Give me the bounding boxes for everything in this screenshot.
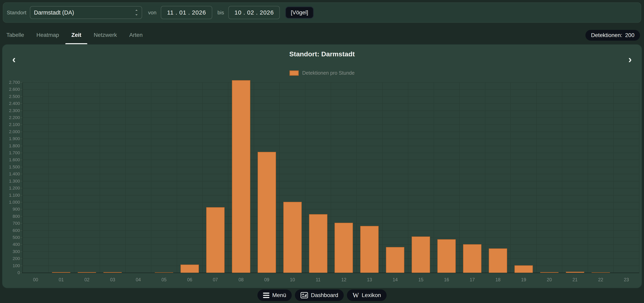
bar-hour-03[interactable]	[104, 272, 122, 273]
chart-legend[interactable]: Detektionen pro Stunde	[2, 70, 642, 76]
tab-tabelle[interactable]: Tabelle	[0, 26, 30, 44]
bar-hour-13[interactable]	[360, 226, 378, 273]
x-axis-label: 14	[382, 277, 408, 283]
gridline-vertical	[639, 82, 640, 273]
gridline-vertical	[151, 82, 152, 273]
y-axis-label: 800	[2, 214, 20, 219]
bar-hour-22[interactable]	[592, 272, 610, 273]
tab-row: TabelleHeatmapZeitNetzwerkArten	[0, 26, 459, 44]
gridline-vertical	[254, 82, 254, 273]
von-label: von	[148, 9, 156, 16]
gridline-vertical	[48, 82, 48, 273]
bar-hour-07[interactable]	[206, 207, 224, 273]
bar-hour-11[interactable]	[309, 214, 328, 273]
x-axis-label: 01	[48, 277, 74, 283]
x-axis-label: 11	[305, 277, 331, 283]
y-axis-label: 700	[2, 221, 20, 226]
x-axis-label: 04	[126, 277, 151, 283]
gridline-vertical	[485, 82, 486, 273]
bar-hour-12[interactable]	[334, 223, 353, 273]
x-axis-label: 22	[588, 277, 614, 283]
detections-badge-value: 200	[625, 32, 634, 38]
bar-hour-14[interactable]	[386, 247, 404, 273]
bar-chart-plot: 01002003004005006007008009001.0001.1001.…	[23, 82, 639, 273]
y-axis-label: 1.500	[2, 165, 20, 169]
gridline-vertical	[588, 82, 588, 273]
x-axis-label: 21	[562, 277, 588, 283]
gridline-vertical	[382, 82, 382, 273]
tab-netzwerk[interactable]: Netzwerk	[88, 26, 123, 44]
menu-button-label: Menü	[272, 292, 286, 299]
date-from-input[interactable]: 11 . 01 . 2026	[161, 6, 212, 19]
gridline-vertical	[177, 82, 177, 273]
gridline-vertical	[562, 82, 562, 273]
y-axis-label: 2.300	[2, 108, 20, 113]
chart-title: Standort: Darmstadt	[2, 50, 642, 58]
bar-hour-08[interactable]	[232, 80, 250, 273]
dashboard-button[interactable]: Dashboard	[295, 290, 344, 301]
tab-heatmap[interactable]: Heatmap	[30, 26, 65, 44]
y-axis-label: 400	[2, 242, 20, 247]
gridline-vertical	[356, 82, 357, 273]
footer: Menü Dashboard W Lexikon	[0, 289, 644, 302]
y-axis-label: 1.600	[2, 158, 20, 162]
tab-zeit[interactable]: Zeit	[65, 26, 87, 44]
bar-hour-20[interactable]	[540, 272, 558, 273]
gridline-vertical	[331, 82, 331, 273]
y-axis-line	[22, 82, 23, 273]
x-axis-label: 18	[485, 277, 511, 283]
bar-hour-06[interactable]	[180, 265, 199, 273]
y-axis-label: 0	[2, 271, 20, 275]
dashboard-icon	[300, 292, 308, 299]
lexikon-button-label: Lexikon	[362, 292, 381, 299]
bar-hour-18[interactable]	[489, 249, 507, 273]
standort-select[interactable]: Darmstadt (DA) ⌃⌃	[30, 6, 142, 19]
gridline-vertical	[100, 82, 100, 273]
bar-hour-21[interactable]	[566, 272, 584, 273]
gridline-vertical	[459, 82, 460, 273]
date-to-input[interactable]: 10 . 02 . 2026	[228, 6, 280, 19]
bar-hour-17[interactable]	[463, 244, 482, 273]
bar-hour-02[interactable]	[78, 272, 96, 273]
bar-hour-16[interactable]	[437, 239, 456, 273]
gridline-vertical	[305, 82, 306, 273]
x-axis-label: 00	[23, 277, 48, 283]
gridline-vertical	[74, 82, 74, 273]
y-axis-label: 2.100	[2, 122, 20, 127]
y-axis-label: 200	[2, 257, 20, 261]
y-axis-label: 300	[2, 250, 20, 254]
bar-hour-01[interactable]	[52, 272, 70, 273]
dashboard-button-label: Dashboard	[311, 292, 338, 299]
lexikon-button[interactable]: W Lexikon	[347, 290, 386, 301]
tab-arten[interactable]: Arten	[123, 26, 149, 44]
gridline-vertical	[434, 82, 434, 273]
y-axis-label: 1.000	[2, 200, 20, 204]
x-axis-label: 06	[177, 277, 203, 283]
bar-hour-10[interactable]	[283, 202, 302, 273]
x-axis-label: 17	[460, 277, 485, 283]
y-axis-label: 2.700	[2, 80, 20, 85]
x-axis-label: 12	[331, 277, 357, 283]
y-axis-label: 900	[2, 207, 20, 211]
bar-hour-05[interactable]	[155, 272, 173, 273]
x-axis-label: 15	[408, 277, 434, 283]
y-axis-label: 2.200	[2, 115, 20, 120]
y-axis-label: 2.400	[2, 101, 20, 106]
gridline-vertical	[125, 82, 126, 273]
x-axis-label: 20	[536, 277, 562, 283]
y-axis-label: 1.200	[2, 186, 20, 190]
app-root: Standort Darmstadt (DA) ⌃⌃ von 11 . 01 .…	[0, 0, 644, 303]
detections-badge: Detektionen: 200	[586, 30, 640, 41]
filter-bar: Standort Darmstadt (DA) ⌃⌃ von 11 . 01 .…	[3, 2, 641, 23]
y-axis-label: 1.300	[2, 179, 20, 183]
bar-hour-19[interactable]	[514, 265, 533, 273]
bar-hour-15[interactable]	[412, 237, 430, 273]
y-axis-label: 2.000	[2, 130, 20, 134]
y-axis-label: 600	[2, 228, 20, 233]
species-filter-button[interactable]: [Vögel]	[285, 6, 314, 18]
y-axis-label: 500	[2, 235, 20, 240]
bar-hour-09[interactable]	[258, 152, 276, 273]
menu-button[interactable]: Menü	[258, 290, 292, 301]
gridline-vertical	[613, 82, 614, 273]
x-axis-label: 02	[74, 277, 100, 283]
